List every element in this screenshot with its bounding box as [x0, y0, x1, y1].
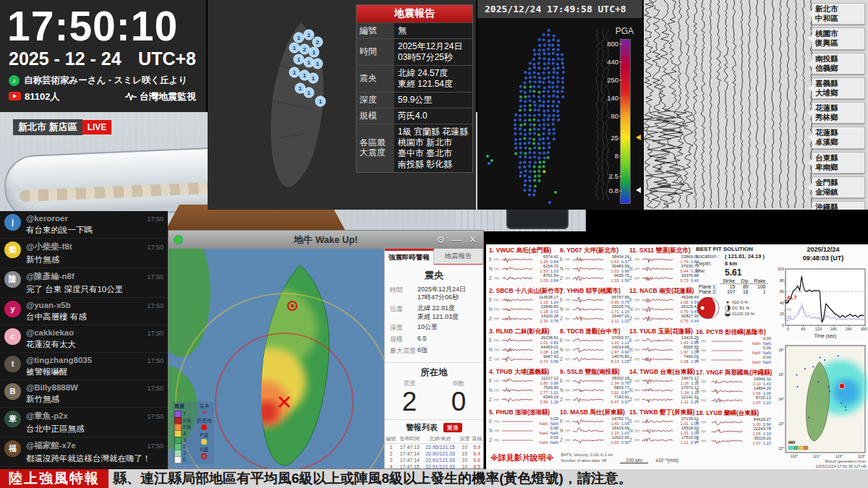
waveform-trace — [572, 417, 605, 426]
chat-username[interactable]: @陳彥綸-n8f — [26, 271, 75, 282]
waveform-trace — [501, 355, 534, 364]
svg-text:240: 240 — [846, 327, 852, 331]
chat-timestamp: 17:50 — [147, 215, 163, 223]
minimize-icon[interactable]: — — [452, 234, 461, 245]
helicorder-traces — [644, 0, 817, 210]
report-row-label: 時間 — [357, 39, 394, 65]
avatar[interactable]: t — [4, 356, 21, 372]
tab-eew[interactable]: 強震即時警報 — [385, 249, 434, 265]
channel-row: ZHH17510.081.210.97 — [629, 435, 699, 445]
station-block: 11. SX11 雙溪(新北市)EHH23869.081.790.83NHH37… — [629, 247, 699, 286]
nodal-plane-table: StrikeDipRake Plane 1:1589106 Plane 2:10… — [696, 278, 768, 294]
chat-message: y @yuan-x5b 17:50 台中高層樓 有感 — [0, 298, 168, 325]
waveform-trace — [708, 396, 746, 405]
avatar[interactable]: B — [4, 383, 21, 400]
waveform-trace — [642, 346, 674, 354]
viewer-count: 81102人 — [9, 90, 59, 103]
station-tag: 花蓮縣 卓溪鄉 — [812, 127, 865, 148]
station-tag: 南投縣 信義鄉 — [812, 53, 865, 74]
alert-table: 編號發布時間北緯/東經深度規模 117:47:1322.95/121.15105… — [385, 435, 483, 470]
svg-text:300: 300 — [861, 327, 867, 331]
settings-gear-icon[interactable]: ⚙ — [436, 234, 445, 245]
chat-timestamp: 17:50 — [147, 244, 163, 251]
channel-row: NHH15919.691.151.03 — [560, 426, 629, 435]
waveform-trace — [572, 296, 605, 304]
station-block: 4. TPUB 大埔(嘉義縣)EHH11217.121.800.99NHH752… — [489, 368, 558, 407]
pga-tick: 140 — [607, 94, 618, 102]
chat-username[interactable]: @cakkiekao — [26, 328, 74, 337]
live-chat-panel[interactable]: j @keroroer 17:50 有台東的說一下嗎 柴 @小柴柴-f8t 17… — [0, 211, 168, 469]
avatar[interactable]: 柴 — [4, 241, 21, 258]
channel-row: EHH16941.111.101.43 — [696, 377, 771, 386]
chat-text: 花蓮沒有太大 — [26, 340, 76, 348]
clock-time: 17:50:10 — [7, 6, 206, 47]
chat-username[interactable]: @yuan-x5b — [26, 301, 71, 309]
avatar[interactable]: y — [4, 301, 21, 317]
channel-row: ZHH9967.422.740.99 — [489, 354, 558, 364]
wave-column-4: 16. PCYB 彭佳嶼(基隆市)EHH0.00NaNNaNNHH0.00NaN… — [696, 328, 771, 450]
legend-pwave: P波 — [197, 432, 212, 445]
tab-report[interactable]: 地震報告 — [434, 249, 483, 265]
clock-timezone: UTC+8 — [138, 48, 196, 69]
channel-row: EHH26238.911.010.83 — [489, 335, 558, 345]
avatar[interactable]: c — [4, 328, 21, 345]
pga-tick: 800 — [607, 40, 618, 48]
channel-row: NHH22243.781.051.33 — [696, 427, 771, 436]
report-row-value: 59.9公里 — [394, 93, 472, 108]
channel-row: EHH19671.171.161.11 — [629, 376, 699, 385]
close-icon[interactable]: ✕ — [469, 234, 477, 245]
live-badge: LIVE — [82, 120, 112, 134]
chat-username[interactable]: @章魚-p2x — [26, 411, 68, 421]
report-row-label: 規模 — [357, 108, 394, 124]
channel-row: NHH6565.551.971.06 — [629, 345, 699, 354]
chat-username[interactable]: @keroroer — [26, 214, 68, 223]
pga-tick: 440 — [607, 58, 618, 66]
svg-text:80: 80 — [780, 278, 784, 283]
pga-tick: 25 — [610, 134, 618, 142]
chat-message: c @cakkiekao 17:50 花蓮沒有太大 — [0, 325, 168, 353]
avatar[interactable]: 章 — [4, 411, 21, 427]
waveform-trace — [642, 296, 674, 304]
avatar[interactable]: 福 — [4, 440, 21, 457]
waveform-trace — [572, 336, 605, 345]
svg-text:25: 25 — [787, 315, 791, 320]
chat-username[interactable]: @tingzhang8035 — [26, 356, 92, 364]
svg-text:1: 1 — [312, 75, 315, 82]
alert-row: 117:47:1322.95/121.15105.9 — [385, 443, 483, 450]
chat-username[interactable]: @Billy8888W — [26, 383, 78, 392]
channel-row: NHH33025.741.711.16 — [560, 304, 629, 314]
result-generation-time: Result generation time:2025/12/24 17:50:… — [816, 459, 867, 469]
waveform-trace — [642, 377, 674, 385]
svg-text:0: 0 — [782, 323, 784, 328]
chat-username[interactable]: @小柴柴-f8t — [26, 241, 72, 252]
pga-tick: 250 — [607, 76, 618, 84]
waveform-trace — [572, 265, 605, 273]
channel-row: EHH23869.081.790.83 — [629, 254, 699, 264]
waveform-trace — [572, 305, 605, 314]
waveform-trace — [642, 386, 674, 395]
channel-row: EHH45348.492.360.54 — [629, 295, 699, 304]
avatar[interactable]: j — [4, 214, 21, 231]
chat-text: 完了 台東 深度只有10公里 — [26, 285, 123, 294]
station-block: 2. SBCB 十八尖山(新竹市)EHH114538.171.191.24NHH… — [489, 287, 558, 326]
data-meta: BATS, Velocity, 0.02–0.1 HzNumber of ali… — [561, 453, 613, 463]
youtube-icon — [9, 92, 21, 100]
countdown-value: 0 — [434, 388, 483, 416]
waveform-trace — [708, 377, 746, 386]
report-row: 編號 無 — [357, 22, 472, 38]
chat-message: 章 @章魚-p2x 17:50 台北中正區無感 — [0, 408, 168, 437]
alert-list-title: 警報列表 — [406, 422, 438, 433]
window-titlebar[interactable]: 地牛 Wake Up! ⚙ — ✕ — [169, 231, 483, 249]
waveform-trace — [572, 386, 605, 395]
waveform-trace — [642, 274, 674, 283]
svg-text:1: 1 — [307, 32, 311, 38]
chat-username[interactable]: @福家館-x7e — [26, 440, 76, 451]
station-block: 7. YHNB 耶亨(桃園市)EHH56767.990.950.75NHH330… — [560, 287, 629, 326]
chat-message: t @tingzhang8035 17:50 被警報嚇醒 — [0, 353, 168, 380]
station-tag: 花蓮縣 秀林鄉 — [812, 102, 865, 124]
chat-text: 有台東的說一下嗎 — [26, 226, 93, 234]
avatar[interactable]: 陳 — [4, 271, 21, 288]
channel-row: NHH30483.591.030.99 — [560, 264, 629, 273]
svg-text:2: 2 — [303, 46, 307, 53]
replay-button[interactable]: 重播 — [443, 423, 462, 432]
